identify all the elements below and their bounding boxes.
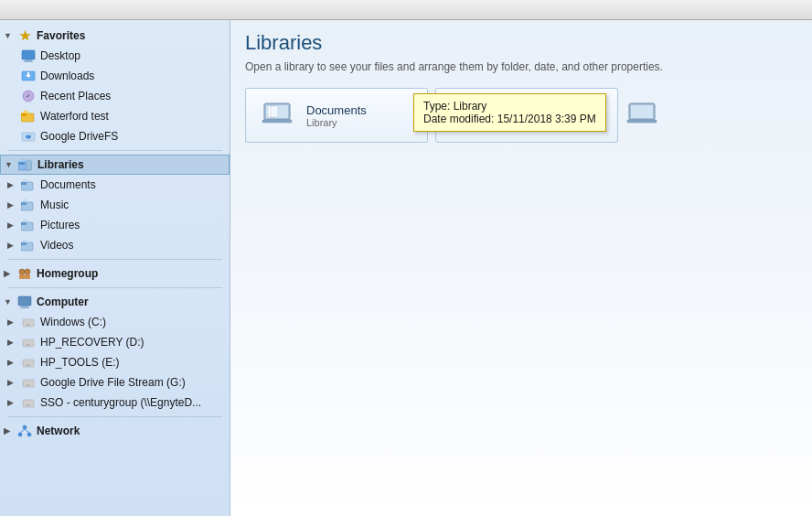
svg-point-47: [23, 425, 27, 429]
computer-header[interactable]: ▼ Computer: [0, 292, 230, 312]
hp-recovery-d-label: HP_RECOVERY (D:): [40, 336, 144, 349]
svg-rect-35: [21, 306, 28, 307]
svg-point-46: [27, 404, 30, 406]
svg-line-50: [20, 429, 25, 433]
sso-century-icon: [20, 395, 37, 410]
windows-c-label: Windows (C:): [40, 316, 106, 328]
music-lib-item-icon: [451, 97, 487, 134]
music-lib-item-type: Library: [497, 117, 528, 128]
documents-lib-label: Documents: [40, 178, 96, 191]
sidebar-item-waterford[interactable]: Waterford test: [0, 106, 230, 126]
google-drivefs-label: Google DriveFS: [40, 130, 118, 143]
svg-rect-25: [21, 222, 27, 225]
videos-lib-icon: [20, 238, 37, 253]
svg-rect-19: [21, 182, 27, 185]
recent-places-label: Recent Places: [40, 90, 111, 102]
svg-rect-62: [631, 105, 653, 118]
svg-rect-59: [472, 107, 474, 118]
sidebar-item-downloads[interactable]: Downloads: [0, 66, 230, 86]
sidebar-item-hp-recovery-d[interactable]: ▶ HP_RECOVERY (D:): [0, 332, 230, 352]
svg-point-48: [18, 433, 22, 436]
hp-tools-e-label: HP_TOOLS (E:): [40, 356, 119, 369]
svg-rect-5: [27, 72, 29, 76]
favorites-arrow: ▼: [4, 31, 15, 40]
network-arrow: ▶: [4, 426, 15, 435]
pictures-lib-icon: [20, 218, 37, 232]
documents-lib-item-name: Documents: [306, 103, 367, 117]
sidebar-item-music[interactable]: ▶ Music: [0, 195, 230, 215]
libraries-label: Libraries: [37, 158, 84, 171]
pictures-lib-label: Pictures: [40, 219, 80, 231]
documents-lib-item-icon: [261, 97, 297, 134]
library-item-extra[interactable]: [625, 88, 680, 143]
svg-rect-56: [262, 120, 292, 123]
desktop-label: Desktop: [40, 49, 80, 62]
svg-rect-1: [25, 59, 32, 61]
sidebar-item-recent-places[interactable]: Recent Places: [0, 86, 230, 106]
svg-rect-36: [20, 307, 29, 308]
homegroup-arrow: ▶: [4, 269, 15, 278]
libraries-arrow: ▼: [5, 160, 16, 169]
network-header[interactable]: ▶ Network: [0, 421, 230, 441]
libraries-header[interactable]: ▼ Libraries: [0, 155, 230, 175]
svg-point-13: [26, 135, 31, 139]
svg-point-44: [27, 384, 30, 386]
library-item-music[interactable]: Music Library: [435, 88, 618, 143]
svg-rect-15: [18, 162, 25, 165]
svg-rect-0: [22, 50, 35, 59]
content-area: Libraries Open a library to see your fil…: [230, 20, 812, 516]
documents-lib-icon: [20, 177, 37, 192]
homegroup-label: Homegroup: [37, 267, 98, 280]
music-lib-icon: [20, 198, 37, 212]
svg-marker-29: [21, 239, 29, 242]
computer-icon: [16, 295, 33, 309]
downloads-label: Downloads: [40, 70, 94, 82]
svg-marker-20: [21, 178, 29, 182]
svg-marker-16: [18, 158, 27, 162]
svg-point-42: [27, 364, 30, 366]
svg-point-31: [25, 269, 30, 274]
sidebar-item-sso-century[interactable]: ▶ SSO - centurygroup (\\EgnyteD...: [0, 392, 230, 413]
favorites-icon: ★: [16, 28, 33, 43]
library-item-documents[interactable]: Documents Library: [245, 88, 428, 143]
sidebar-item-google-drivefs[interactable]: Google DriveFS: [0, 126, 230, 146]
hp-tools-e-icon: [20, 355, 37, 370]
recent-places-icon: [20, 89, 37, 103]
sidebar-item-documents[interactable]: ▶ Documents: [0, 175, 230, 195]
divider-4: [7, 416, 222, 417]
computer-section: ▼ Computer ▶ Windows (C:) ▶ HP_RECOVERY …: [0, 292, 230, 413]
svg-rect-17: [27, 160, 31, 170]
libraries-section: ▼ Libraries ▶ Documents ▶ Music: [0, 155, 230, 255]
desktop-icon: [20, 48, 37, 63]
svg-rect-10: [21, 113, 27, 116]
divider-1: [7, 150, 222, 151]
svg-rect-32: [19, 274, 25, 279]
divider-3: [7, 287, 222, 288]
homegroup-header[interactable]: ▶ Homegroup: [0, 263, 230, 284]
svg-rect-33: [25, 274, 30, 279]
extra-lib-item-icon: [625, 97, 662, 134]
sidebar-item-windows-c[interactable]: ▶ Windows (C:): [0, 312, 230, 332]
sidebar-item-google-drive-g[interactable]: ▶ Google Drive File Stream (G:): [0, 372, 230, 392]
svg-marker-11: [21, 110, 30, 113]
sidebar-item-desktop[interactable]: Desktop: [0, 46, 230, 66]
sidebar-item-videos[interactable]: ▶ Videos: [0, 235, 230, 255]
sidebar-item-pictures[interactable]: ▶ Pictures: [0, 215, 230, 235]
music-lib-label: Music: [40, 199, 69, 211]
page-title: Libraries: [245, 31, 797, 55]
videos-lib-label: Videos: [40, 239, 73, 252]
svg-rect-2: [24, 61, 33, 62]
favorites-header[interactable]: ▼ ★ Favorites: [0, 26, 230, 46]
svg-rect-28: [21, 242, 27, 245]
google-drivefs-icon: [20, 129, 37, 144]
network-label: Network: [37, 425, 80, 437]
top-bar: [0, 0, 812, 20]
waterford-icon: [20, 109, 37, 124]
svg-rect-55: [271, 106, 278, 117]
svg-point-38: [27, 324, 30, 326]
documents-lib-item-type: Library: [306, 117, 367, 128]
sidebar-item-hp-tools-e[interactable]: ▶ HP_TOOLS (E:): [0, 352, 230, 372]
library-grid: Documents Library Musi: [245, 88, 797, 143]
svg-point-40: [27, 344, 30, 346]
main-area: ▼ ★ Favorites Desktop Downloads: [0, 20, 812, 516]
